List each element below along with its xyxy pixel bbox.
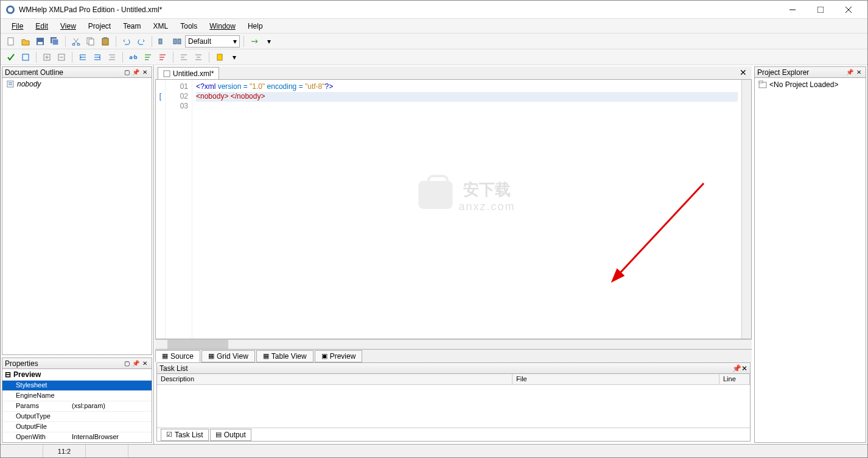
props-float-icon[interactable]: ▢ <box>122 359 131 368</box>
app-window: WMHelp XMLPad Pro Edition - Untitled.xml… <box>0 0 868 458</box>
indent-inc-icon[interactable] <box>76 51 89 64</box>
pe-close-icon[interactable]: ✕ <box>855 68 863 77</box>
tasklist-columns: Description File Line <box>157 374 750 385</box>
svg-rect-8 <box>38 42 43 44</box>
svg-rect-15 <box>102 38 108 45</box>
svg-rect-30 <box>164 71 170 77</box>
code-line-2[interactable]: <nobody> </nobody> <box>196 92 738 102</box>
view-tab-preview[interactable]: ▣ Preview <box>315 350 363 362</box>
menu-view[interactable]: View <box>54 20 82 32</box>
undo-icon[interactable] <box>120 35 133 48</box>
file-tab-untitled[interactable]: Untitled.xml* <box>158 67 219 79</box>
maximize-button[interactable] <box>807 1 835 19</box>
validate-icon[interactable] <box>4 51 18 64</box>
bottom-tab-output[interactable]: ▤ Output <box>210 429 251 441</box>
props-pin-icon[interactable]: 📌 <box>131 359 140 368</box>
menu-tools[interactable]: Tools <box>174 20 203 32</box>
vertical-scrollbar[interactable] <box>741 80 751 339</box>
prop-stylesheet[interactable]: Stylesheet <box>2 381 152 391</box>
expand-icon[interactable] <box>40 51 54 64</box>
align-left-icon[interactable] <box>177 51 191 64</box>
collapse-icon[interactable] <box>55 51 68 64</box>
view-tab-grid[interactable]: ▦ Grid View <box>201 350 255 362</box>
svg-rect-16 <box>103 37 107 39</box>
paste-icon[interactable] <box>99 35 112 48</box>
tasklist-pin-icon[interactable]: 📌 <box>732 364 741 373</box>
view-tabs: ▦ Source ▦ Grid View ▦ Table View ▣ Prev… <box>155 349 752 362</box>
outline-float-icon[interactable]: ▢ <box>122 68 131 77</box>
ab-icon[interactable]: a·b <box>127 51 140 64</box>
app-icon <box>5 5 15 15</box>
svg-rect-17 <box>159 39 162 44</box>
indent-dec-icon[interactable] <box>91 51 104 64</box>
copy-icon[interactable] <box>84 35 97 48</box>
outline-title: Document Outline <box>5 68 122 77</box>
code-editor[interactable]: [ 01 02 03 <?xml version = "1.0" encodin… <box>155 80 752 339</box>
prop-outputfile[interactable]: OutputFile <box>2 422 152 432</box>
svg-line-31 <box>618 183 704 275</box>
menu-team[interactable]: Team <box>117 20 147 32</box>
save-icon[interactable] <box>33 35 47 48</box>
annotation-arrow <box>606 177 716 287</box>
view-tab-source[interactable]: ▦ Source <box>155 350 200 362</box>
bottom-tab-tasklist[interactable]: ☑ Task List <box>161 429 209 441</box>
tasklist-body <box>157 385 750 428</box>
bookmarks-icon[interactable] <box>213 51 226 64</box>
outline-pin-icon[interactable]: 📌 <box>131 68 140 77</box>
properties-panel: Properties ▢ 📌 ✕ ⊟Preview Stylesheet Eng… <box>2 358 152 443</box>
menu-window[interactable]: Window <box>203 20 242 32</box>
align-center-icon[interactable] <box>192 51 205 64</box>
save-all-icon[interactable] <box>48 35 61 48</box>
bookmarks-dd-icon[interactable]: ▾ <box>228 51 241 64</box>
wellformed-icon[interactable] <box>19 51 32 64</box>
svg-rect-19 <box>178 39 181 44</box>
format-icon[interactable] <box>105 51 119 64</box>
svg-rect-26 <box>217 54 222 60</box>
pe-pin-icon[interactable]: 📌 <box>845 68 854 77</box>
editor-tab-strip: Untitled.xml* ✕ <box>155 66 752 80</box>
schema-combo[interactable]: Default▾ <box>185 35 240 48</box>
tab-close-button[interactable]: ✕ <box>736 68 751 77</box>
comment-icon[interactable] <box>141 51 155 64</box>
view-tab-table[interactable]: ▦ Table View <box>256 350 313 362</box>
code-line-1[interactable]: <?xml version = "1.0" encoding = "utf-8"… <box>196 82 738 92</box>
schema2-icon[interactable] <box>170 35 184 48</box>
props-close-icon[interactable]: ✕ <box>141 359 149 368</box>
redo-icon[interactable] <box>135 35 148 48</box>
code-area[interactable]: <?xml version = "1.0" encoding = "utf-8"… <box>192 80 741 339</box>
col-line[interactable]: Line <box>719 374 750 384</box>
menu-edit[interactable]: Edit <box>29 20 54 32</box>
status-cell-main <box>128 445 867 457</box>
open-file-icon[interactable] <box>19 35 32 48</box>
toolbar-main: Default▾ ▾ <box>1 33 867 49</box>
schema1-icon[interactable] <box>156 35 169 48</box>
svg-rect-14 <box>89 39 94 45</box>
outline-close-icon[interactable]: ✕ <box>141 68 149 77</box>
outline-root-node[interactable]: nobody <box>2 78 152 90</box>
prop-enginename[interactable]: EngineName <box>2 391 152 401</box>
transform-dd-icon[interactable]: ▾ <box>262 35 276 48</box>
prop-outputtype[interactable]: OutputType <box>2 412 152 422</box>
right-column: Project Explorer 📌 ✕ <No Project Loaded> <box>754 66 866 443</box>
prop-openwith[interactable]: OpenWithInternalBrowser <box>2 432 152 442</box>
col-file[interactable]: File <box>513 374 719 384</box>
pe-empty-node[interactable]: <No Project Loaded> <box>755 78 866 91</box>
menu-file[interactable]: File <box>5 20 29 32</box>
element-icon <box>6 80 15 88</box>
horizontal-scrollbar[interactable] <box>155 339 752 349</box>
transform-icon[interactable] <box>248 35 261 48</box>
cut-icon[interactable] <box>69 35 83 48</box>
uncomment-icon[interactable] <box>156 51 169 64</box>
code-line-3[interactable] <box>196 102 738 111</box>
prop-params[interactable]: Params(xsl:param) <box>2 401 152 412</box>
col-description[interactable]: Description <box>157 374 513 384</box>
tasklist-close-icon[interactable]: ✕ <box>741 364 747 373</box>
menu-xml[interactable]: XML <box>147 20 175 32</box>
minimize-button[interactable] <box>779 1 807 19</box>
menu-project[interactable]: Project <box>82 20 117 32</box>
line-gutter: 01 02 03 <box>166 80 192 339</box>
new-file-icon[interactable] <box>4 35 18 48</box>
close-button[interactable] <box>835 1 863 19</box>
props-group-preview[interactable]: ⊟Preview <box>2 369 152 381</box>
menu-help[interactable]: Help <box>242 20 269 32</box>
